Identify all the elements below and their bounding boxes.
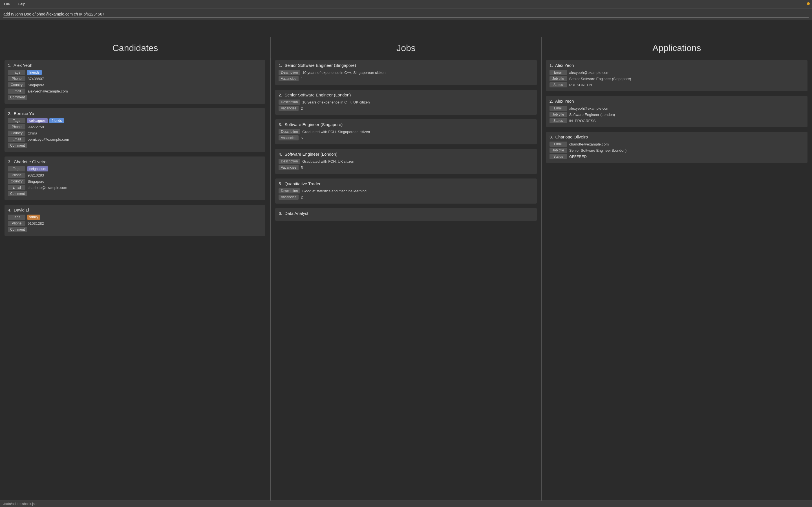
comment-label: Comment <box>8 227 27 232</box>
tags-label: Tags <box>8 215 25 220</box>
vacancies-value: 5 <box>301 166 303 170</box>
application-card: 2. Alex Yeoh Email alexyeoh@example.com … <box>546 96 808 127</box>
phone-label: Phone <box>8 76 25 81</box>
applications-column: Applications 1. Alex Yeoh Email alexyeoh… <box>542 37 812 501</box>
app-jobtitle-value: Senior Software Engineer (Singapore) <box>569 77 631 81</box>
tag-friends: friends <box>49 118 64 123</box>
application-name: 2. Alex Yeoh <box>549 99 804 104</box>
app-status-row: Status IN_PROGRESS <box>549 118 804 123</box>
tag-neighbours: neighbours <box>27 166 48 171</box>
description-label: Description <box>279 100 300 105</box>
candidate-email-row: Email charlotte@example.com <box>8 185 262 190</box>
phone-value: 91031282 <box>27 221 44 226</box>
app-email-row: Email alexyeoh@example.com <box>549 70 804 75</box>
app-status-value: PRESCREEN <box>569 83 592 87</box>
menu-file[interactable]: File <box>2 1 11 7</box>
job-name: 2. Senior Software Engineer (London) <box>279 93 533 97</box>
app-jobtitle-row: Job title Senior Software Engineer (Sing… <box>549 76 804 81</box>
description-value: 10 years of experience in C++, UK citize… <box>302 100 370 104</box>
candidate-comment-row: Comment <box>8 191 262 196</box>
app-email-row: Email alexyeoh@example.com <box>549 106 804 111</box>
description-label: Description <box>279 129 300 134</box>
job-description-row: Description 10 years of experience in C+… <box>279 70 533 75</box>
phone-label: Phone <box>8 124 25 129</box>
app-email-value: alexyeoh@example.com <box>569 70 610 75</box>
job-card: 3. Software Engineer (Singapore) Descrip… <box>275 119 536 145</box>
job-card: 1. Senior Software Engineer (Singapore) … <box>275 60 536 85</box>
application-name: 1. Alex Yeoh <box>549 63 804 68</box>
command-bar <box>0 8 812 20</box>
phone-value: 99272758 <box>27 125 44 129</box>
app-status-value: OFFERED <box>569 155 587 159</box>
comment-label: Comment <box>8 191 27 196</box>
job-card: 4. Software Engineer (London) Descriptio… <box>275 149 536 174</box>
app-email-label: Email <box>549 142 567 147</box>
vacancies-label: Vacancies <box>279 106 298 111</box>
candidate-tags-row: Tags neighbours <box>8 166 262 171</box>
app-status-label: Status <box>549 154 567 159</box>
vacancies-label: Vacancies <box>279 135 298 140</box>
phone-label: Phone <box>8 173 25 178</box>
description-label: Description <box>279 159 300 164</box>
candidates-column: Candidates 1. Alex Yeoh Tags friends Pho… <box>0 37 271 501</box>
app-jobtitle-row: Job title Senior Software Engineer (Lond… <box>549 148 804 153</box>
candidate-comment-row: Comment <box>8 227 262 232</box>
menu-help[interactable]: Help <box>16 1 27 7</box>
application-name: 3. Charlotte Oliveiro <box>549 134 804 139</box>
app-status-value: IN_PROGRESS <box>569 119 596 123</box>
candidate-name: 4. David Li <box>8 208 262 212</box>
country-value: Singapore <box>27 83 44 87</box>
candidate-phone-row: Phone 87438807 <box>8 76 262 81</box>
tags-label: Tags <box>8 70 25 75</box>
app-email-value: charlotte@example.com <box>569 142 609 146</box>
top-area <box>0 20 812 37</box>
candidate-email-row: Email berniceyu@example.com <box>8 137 262 142</box>
job-description-row: Description Graduated with FCH, UK citiz… <box>279 159 533 164</box>
job-vacancies-row: Vacancies 1 <box>279 76 533 81</box>
job-name: 1. Senior Software Engineer (Singapore) <box>279 63 533 68</box>
vacancies-label: Vacancies <box>279 76 298 81</box>
job-card: 6. Data Analyst <box>275 208 536 221</box>
candidate-country-row: Country China <box>8 130 262 135</box>
main-content: Candidates 1. Alex Yeoh Tags friends Pho… <box>0 37 812 501</box>
app-jobtitle-label: Job title <box>549 112 567 117</box>
app-jobtitle-row: Job title Software Engineer (London) <box>549 112 804 117</box>
app-status-label: Status <box>549 82 567 88</box>
country-label: Country <box>8 82 25 88</box>
email-value: alexyeoh@example.com <box>27 89 68 93</box>
application-card: 1. Alex Yeoh Email alexyeoh@example.com … <box>546 60 808 91</box>
menu-bar: File Help <box>0 0 812 8</box>
app-email-label: Email <box>549 70 567 75</box>
job-card: 2. Senior Software Engineer (London) Des… <box>275 90 536 115</box>
command-input[interactable] <box>3 11 809 18</box>
candidate-comment-row: Comment <box>8 143 262 148</box>
vacancies-label: Vacancies <box>279 194 298 200</box>
candidate-country-row: Country Singapore <box>8 179 262 184</box>
candidate-card: 1. Alex Yeoh Tags friends Phone 87438807… <box>4 60 265 104</box>
vacancies-value: 2 <box>301 195 303 200</box>
app-email-value: alexyeoh@example.com <box>569 106 610 111</box>
candidate-email-row: Email alexyeoh@example.com <box>8 89 262 94</box>
country-value: China <box>27 131 37 135</box>
candidate-name: 3. Charlotte Oliveiro <box>8 159 262 164</box>
app-jobtitle-label: Job title <box>549 148 567 153</box>
candidate-name: 1. Alex Yeoh <box>8 63 262 68</box>
app-jobtitle-label: Job title <box>549 76 567 81</box>
jobs-list: 1. Senior Software Engineer (Singapore) … <box>271 58 541 501</box>
applications-header: Applications <box>542 37 812 58</box>
job-name: 3. Software Engineer (Singapore) <box>279 122 533 127</box>
job-name: 4. Software Engineer (London) <box>279 152 533 157</box>
traffic-light <box>807 2 810 5</box>
app-jobtitle-value: Software Engineer (London) <box>569 113 615 117</box>
phone-label: Phone <box>8 221 25 226</box>
country-label: Country <box>8 130 25 135</box>
app-status-row: Status PRESCREEN <box>549 82 804 88</box>
job-vacancies-row: Vacancies 5 <box>279 135 533 140</box>
tag-colleagues: colleagues <box>27 118 48 123</box>
vacancies-value: 1 <box>301 77 303 81</box>
app-status-label: Status <box>549 118 567 123</box>
job-card: 5. Quantitative Trader Description Good … <box>275 178 536 204</box>
job-vacancies-row: Vacancies 5 <box>279 165 533 170</box>
comment-label: Comment <box>8 95 27 100</box>
app-jobtitle-value: Senior Software Engineer (London) <box>569 148 627 153</box>
